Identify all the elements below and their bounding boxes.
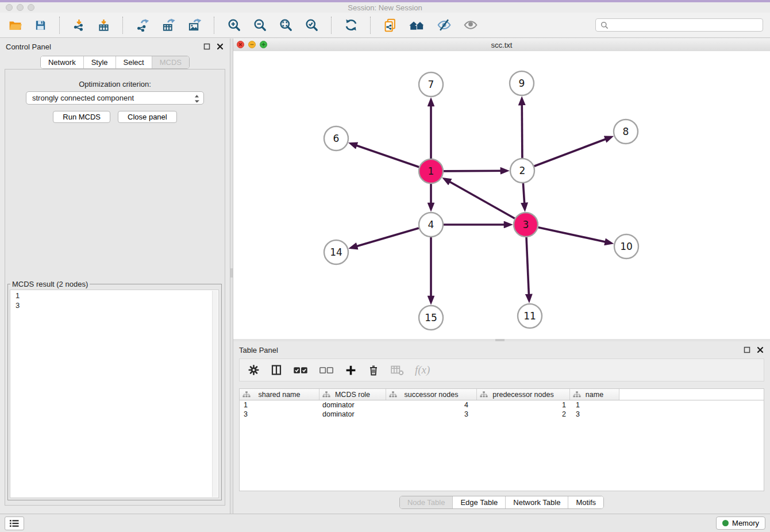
edge-2-3[interactable]	[523, 183, 525, 209]
close-table-panel-button[interactable]	[756, 346, 764, 354]
float-table-panel-button[interactable]	[743, 346, 751, 354]
export-table-button[interactable]	[160, 17, 177, 33]
criterion-select[interactable]: strongly connected component	[26, 91, 204, 105]
close-window-button[interactable]	[6, 4, 13, 11]
cell[interactable]: dominator	[319, 410, 386, 418]
cell[interactable]: 4	[386, 401, 477, 409]
node-7[interactable]: 7	[419, 72, 443, 97]
control-panel-header: Control Panel	[6, 41, 224, 52]
cell[interactable]: 1	[240, 401, 319, 409]
control-panel: Control Panel NetworkStyleSelectMCDS Opt…	[0, 38, 230, 514]
edge-4-14[interactable]	[351, 228, 419, 248]
node-6[interactable]: 6	[324, 126, 348, 151]
cell[interactable]: 3	[240, 410, 319, 418]
cell[interactable]: 1	[477, 401, 570, 409]
table-row[interactable]: 3dominator323	[240, 410, 764, 419]
mcds-panel: Optimization criterion: strongly connect…	[5, 69, 225, 506]
create-column-button[interactable]	[344, 363, 358, 377]
node-14[interactable]: 14	[324, 240, 348, 264]
minimize-window-button[interactable]	[17, 4, 24, 11]
edge-3-1[interactable]	[445, 179, 515, 218]
tab-style[interactable]: Style	[83, 56, 116, 68]
network-minimize-button[interactable]	[248, 41, 256, 48]
zoom-fit-button[interactable]	[278, 17, 294, 33]
column-header-MCDS-role[interactable]: MCDS role	[319, 389, 386, 400]
float-panel-button[interactable]	[203, 43, 211, 51]
column-header-shared-name[interactable]: shared name	[240, 389, 319, 400]
node-2[interactable]: 2	[510, 159, 534, 183]
network-graph[interactable]: 7968124314101511	[233, 51, 770, 339]
edge-2-9[interactable]	[522, 99, 522, 158]
run-mcds-button[interactable]: Run MCDS	[53, 111, 110, 123]
tab-network[interactable]: Network	[41, 56, 83, 68]
node-8[interactable]: 8	[614, 119, 638, 144]
node-1[interactable]: 1	[419, 159, 443, 183]
tab-node-table[interactable]: Node Table	[400, 496, 453, 508]
deselect-all-rows-button[interactable]	[318, 364, 335, 376]
node-10[interactable]: 10	[614, 234, 638, 259]
tab-mcds[interactable]: MCDS	[152, 56, 189, 68]
column-header-successor-nodes[interactable]: successor nodes	[386, 389, 477, 400]
toolbar-icon-group	[7, 17, 479, 34]
network-canvas[interactable]: 7968124314101511	[233, 51, 770, 339]
maximize-window-button[interactable]	[28, 4, 34, 11]
column-header-predecessor-nodes[interactable]: predecessor nodes	[477, 389, 570, 400]
network-close-button[interactable]	[237, 41, 244, 48]
export-image-button[interactable]	[186, 17, 203, 33]
zoom-selected-button[interactable]	[303, 17, 320, 33]
table-row[interactable]: 1dominator411	[240, 400, 764, 410]
cell[interactable]: 1	[570, 401, 619, 409]
mcds-result-list[interactable]: 1 3	[10, 290, 219, 498]
plus-icon	[345, 364, 357, 376]
node-4[interactable]: 4	[419, 213, 443, 237]
import-network-button[interactable]	[71, 18, 87, 33]
status-bar: Memory	[0, 514, 770, 532]
memory-button[interactable]: Memory	[716, 516, 765, 530]
search-box[interactable]	[595, 18, 763, 32]
columns-icon	[271, 364, 282, 376]
cell[interactable]: dominator	[319, 401, 386, 409]
column-header-name[interactable]: name	[570, 389, 619, 400]
export-network-button[interactable]	[134, 17, 151, 33]
hide-graphics-details-button[interactable]	[436, 17, 453, 33]
edge-1-6[interactable]	[351, 144, 419, 167]
tab-edge-table[interactable]: Edge Table	[452, 496, 505, 508]
table-settings-button[interactable]	[247, 363, 261, 377]
edge-3-11[interactable]	[526, 237, 529, 300]
show-all-button[interactable]	[407, 18, 426, 33]
select-all-rows-button[interactable]	[292, 364, 309, 376]
zoom-in-icon	[227, 18, 241, 32]
open-session-button[interactable]	[7, 18, 24, 33]
network-zoom-button[interactable]	[260, 41, 267, 48]
cell[interactable]: 3	[570, 410, 619, 418]
clone-network-button[interactable]	[382, 17, 398, 33]
tab-select[interactable]: Select	[116, 56, 152, 68]
column-layout-button[interactable]	[270, 363, 283, 377]
tab-motifs[interactable]: Motifs	[568, 496, 603, 508]
edge-1-2[interactable]	[444, 171, 507, 171]
cell[interactable]: 3	[386, 410, 477, 418]
zoom-out-button[interactable]	[252, 17, 268, 33]
zoom-in-button[interactable]	[226, 17, 242, 33]
node-11[interactable]: 11	[518, 304, 542, 328]
edge-3-10[interactable]	[538, 228, 611, 244]
function-icon: f(x)	[415, 364, 430, 376]
apply-layout-button[interactable]	[343, 17, 359, 33]
vertical-splitter-handle[interactable]	[230, 268, 233, 277]
delete-column-button[interactable]	[367, 363, 380, 377]
edge-2-8[interactable]	[534, 137, 611, 167]
task-history-button[interactable]	[5, 516, 24, 530]
cell[interactable]: 2	[477, 410, 570, 418]
column-header-label: name	[586, 391, 603, 399]
search-input[interactable]	[612, 20, 758, 30]
close-icon	[217, 43, 224, 50]
save-session-button[interactable]	[33, 18, 48, 33]
import-table-button[interactable]	[96, 18, 111, 33]
result-scrollbar[interactable]	[212, 291, 218, 497]
tab-network-table[interactable]: Network Table	[505, 496, 568, 508]
node-15[interactable]: 15	[419, 306, 443, 330]
close-panel-button[interactable]	[216, 43, 224, 51]
node-9[interactable]: 9	[510, 71, 534, 95]
node-3[interactable]: 3	[514, 213, 538, 237]
close-panel-button-2[interactable]: Close panel	[118, 111, 177, 123]
